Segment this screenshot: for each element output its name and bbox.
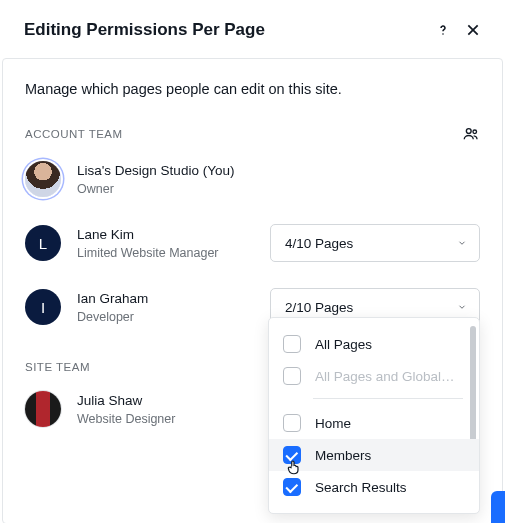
member-role: Developer — [77, 310, 148, 324]
dropdown-option-all-global: All Pages and Global Se… — [269, 360, 479, 392]
member-name: Ian Graham — [77, 291, 148, 306]
checkbox-unchecked-icon — [283, 367, 301, 385]
svg-point-0 — [442, 33, 444, 35]
checkbox-unchecked-icon[interactable] — [283, 335, 301, 353]
option-label: Home — [315, 416, 351, 431]
divider — [313, 398, 463, 399]
page-title: Editing Permissions Per Page — [24, 20, 265, 40]
member-name: Julia Shaw — [77, 393, 175, 408]
option-label: Search Results — [315, 480, 407, 495]
dropdown-option-members[interactable]: Members — [269, 439, 479, 471]
member-role: Owner — [77, 182, 234, 196]
pages-select-lane[interactable]: 4/10 Pages — [270, 224, 480, 262]
option-label: Members — [315, 448, 371, 463]
dropdown-option-home[interactable]: Home — [269, 407, 479, 439]
select-value: 2/10 Pages — [285, 300, 353, 315]
avatar — [25, 161, 61, 197]
partial-button[interactable] — [491, 491, 505, 523]
account-team-heading: ACCOUNT TEAM — [25, 128, 123, 140]
chevron-down-icon — [457, 302, 467, 312]
people-icon — [462, 125, 480, 143]
description-text: Manage which pages people can edit on th… — [25, 59, 480, 125]
svg-point-1 — [466, 129, 471, 134]
member-name: Lisa's Design Studio (You) — [77, 163, 234, 178]
avatar: L — [25, 225, 61, 261]
checkbox-checked-icon[interactable] — [283, 478, 301, 496]
checkbox-checked-icon[interactable] — [283, 446, 301, 464]
checkbox-unchecked-icon[interactable] — [283, 414, 301, 432]
help-icon[interactable] — [435, 22, 451, 38]
option-label: All Pages and Global Se… — [315, 369, 457, 384]
dropdown-option-all-pages[interactable]: All Pages — [269, 328, 479, 360]
member-role: Limited Website Manager — [77, 246, 219, 260]
avatar: I — [25, 289, 61, 325]
member-row-lisa: Lisa's Design Studio (You) Owner — [25, 161, 480, 197]
select-value: 4/10 Pages — [285, 236, 353, 251]
option-label: All Pages — [315, 337, 372, 352]
chevron-down-icon — [457, 238, 467, 248]
member-name: Lane Kim — [77, 227, 219, 242]
member-role: Website Designer — [77, 412, 175, 426]
member-row-lane: L Lane Kim Limited Website Manager 4/10 … — [25, 225, 480, 261]
dropdown-option-search-results[interactable]: Search Results — [269, 471, 479, 503]
close-icon[interactable] — [465, 22, 481, 38]
avatar — [25, 391, 61, 427]
svg-point-2 — [473, 130, 477, 134]
pages-dropdown[interactable]: All Pages All Pages and Global Se… Home … — [268, 317, 480, 514]
